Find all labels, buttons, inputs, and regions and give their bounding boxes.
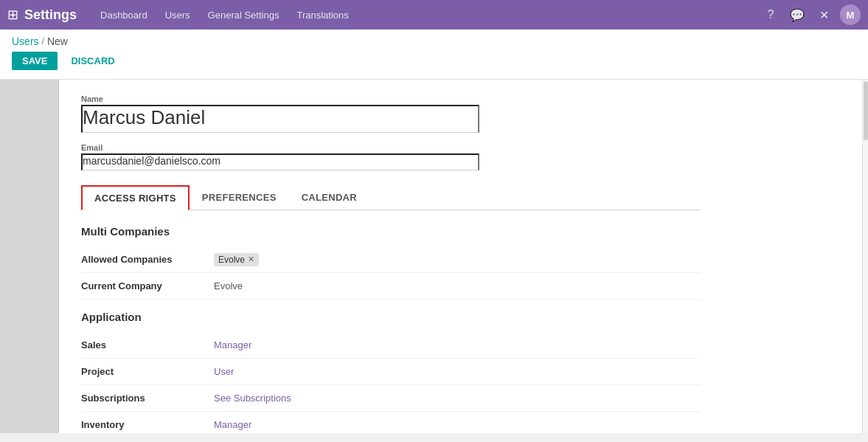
tab-calendar[interactable]: CALENDAR <box>289 185 369 210</box>
name-input[interactable] <box>81 105 479 133</box>
subscriptions-label: Subscriptions <box>81 393 214 404</box>
inventory-row: Inventory Manager <box>81 412 701 433</box>
sales-value[interactable]: Manager <box>214 339 251 351</box>
email-field-group: Email <box>81 143 701 185</box>
email-input[interactable] <box>81 153 479 170</box>
breadcrumb-current: New <box>47 35 68 47</box>
breadcrumb: Users / New <box>12 35 856 47</box>
current-company-label: Current Company <box>81 280 214 291</box>
name-field-group: Name <box>81 94 701 143</box>
name-label: Name <box>81 94 701 103</box>
access-rights-content: Multi Companies Allowed Companies Evolve… <box>81 225 701 433</box>
current-company-value: Evolve <box>214 280 243 291</box>
nav-link-general-settings[interactable]: General Settings <box>199 0 288 30</box>
scroll-indicator[interactable] <box>862 80 868 433</box>
tab-access-rights[interactable]: ACCESS RIGHTS <box>81 185 190 210</box>
project-row: Project User <box>81 359 701 385</box>
evolve-tag-remove[interactable]: ✕ <box>248 255 254 264</box>
subscriptions-row: Subscriptions See Subscriptions <box>81 385 701 412</box>
main-container: Name Email ACCESS RIGHTS PREFERENCES CAL… <box>0 80 868 433</box>
nav-link-translations[interactable]: Translations <box>288 0 357 30</box>
email-label: Email <box>81 143 701 152</box>
breadcrumb-separator: / <box>42 36 44 46</box>
chat-icon[interactable]: 💬 <box>787 4 808 25</box>
sales-label: Sales <box>81 339 214 351</box>
allowed-companies-row: Allowed Companies Evolve ✕ <box>81 246 701 273</box>
avatar[interactable]: M <box>840 4 861 25</box>
allowed-companies-value: Evolve ✕ <box>214 253 259 266</box>
tab-preferences[interactable]: PREFERENCES <box>190 185 289 210</box>
evolve-tag-text: Evolve <box>218 255 245 265</box>
subscriptions-value[interactable]: See Subscriptions <box>214 393 291 404</box>
nav-link-dashboard[interactable]: Dashboard <box>91 0 156 30</box>
allowed-companies-label: Allowed Companies <box>81 254 214 265</box>
scroll-thumb <box>864 81 868 140</box>
left-sidebar <box>0 80 59 433</box>
multi-companies-title: Multi Companies <box>81 225 701 238</box>
nav-link-users[interactable]: Users <box>156 0 199 30</box>
save-button[interactable]: SAVE <box>12 52 58 70</box>
current-company-row: Current Company Evolve <box>81 273 701 300</box>
evolve-tag: Evolve ✕ <box>214 253 259 266</box>
application-title: Application <box>81 311 701 323</box>
help-icon[interactable]: ? <box>760 4 781 25</box>
top-nav: ⊞ Settings Dashboard Users General Setti… <box>0 0 868 30</box>
close-icon[interactable]: ✕ <box>813 4 834 25</box>
project-label: Project <box>81 366 214 377</box>
nav-icons: ? 💬 ✕ M <box>760 4 861 25</box>
action-buttons: SAVE DISCARD <box>12 52 856 76</box>
form-section: Name Email ACCESS RIGHTS PREFERENCES CAL… <box>59 80 723 433</box>
app-title: Settings <box>24 7 77 23</box>
project-value[interactable]: User <box>214 366 234 377</box>
inventory-label: Inventory <box>81 419 214 430</box>
sales-row: Sales Manager <box>81 332 701 359</box>
tabs-container: ACCESS RIGHTS PREFERENCES CALENDAR <box>81 185 701 210</box>
content-area: Name Email ACCESS RIGHTS PREFERENCES CAL… <box>59 80 868 433</box>
grid-icon[interactable]: ⊞ <box>7 7 18 23</box>
discard-button[interactable]: DISCARD <box>63 52 122 70</box>
inventory-value[interactable]: Manager <box>214 419 251 430</box>
breadcrumb-parent[interactable]: Users <box>12 35 39 47</box>
breadcrumb-bar: Users / New SAVE DISCARD <box>0 30 868 80</box>
